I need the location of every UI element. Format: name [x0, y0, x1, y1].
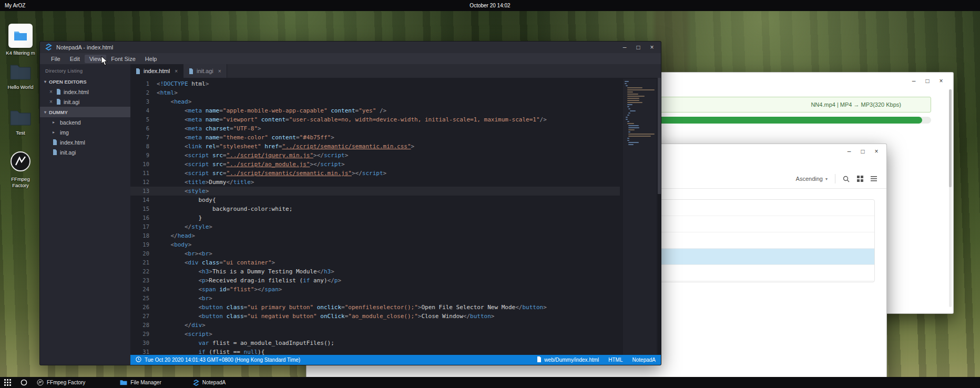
caret-right-icon: ▸ — [53, 120, 55, 125]
maximize-button[interactable]: □ — [924, 77, 931, 85]
maximize-button[interactable]: □ — [635, 44, 642, 51]
ffmpeg-scrollbar[interactable] — [949, 89, 952, 307]
chevron-down-icon: ▾ — [825, 177, 828, 181]
minimap-line — [628, 127, 639, 128]
menu-font-size[interactable]: Font Size — [106, 55, 140, 63]
item-label: index.html — [60, 139, 85, 146]
minimize-button[interactable]: – — [621, 44, 628, 51]
taskbar-item-file-manager[interactable]: File Manager — [120, 380, 161, 385]
tree-item-init-agi[interactable]: init.agi — [40, 147, 130, 157]
close-file-icon[interactable]: × — [48, 89, 54, 95]
taskbar-item-ffmpeg-factory[interactable]: FFmpeg Factory — [37, 379, 85, 386]
start-menu-icon[interactable] — [4, 379, 11, 386]
open-editors-section[interactable]: ▾ OPEN EDITORS — [40, 76, 130, 87]
minimap-line — [628, 108, 630, 109]
code-line: 19 <body> — [130, 240, 620, 249]
close-tab-icon[interactable]: × — [218, 68, 221, 74]
minimap-line — [625, 81, 629, 82]
maximize-button[interactable]: □ — [859, 148, 866, 155]
minimize-button[interactable]: – — [845, 148, 853, 155]
editor-scrollbar[interactable] — [658, 78, 661, 355]
code-text: <script src="../script/ao_module.js"></s… — [157, 160, 345, 169]
desktop-icon-ffmpeg-factory[interactable]: FFmpeg Factory — [4, 151, 37, 189]
editor-scrollbar-thumb[interactable] — [658, 78, 661, 194]
close-button[interactable]: × — [873, 148, 880, 155]
code-line: 13 <style> — [130, 187, 620, 196]
code-line: 10 <script src="../script/ao_module.js">… — [130, 160, 620, 169]
sort-label: Ascending — [796, 176, 823, 182]
code-text: <title>Dummy</title> — [157, 178, 254, 187]
file-manager-window-controls: – □ × — [839, 148, 880, 155]
code-text: </style> — [157, 222, 212, 231]
sort-dropdown[interactable]: Ascending ▾ — [796, 176, 828, 182]
code-text: <link rel="stylesheet" href="../script/s… — [157, 142, 414, 151]
open-editor-item[interactable]: ×init.agi — [40, 97, 130, 107]
project-section-dummy[interactable]: ▾ DUMMY — [40, 107, 130, 117]
close-tab-icon[interactable]: × — [175, 68, 178, 74]
notepada-window[interactable]: NotepadA - index.html – □ × FileEditView… — [39, 41, 661, 365]
code-line: 18 </head> — [130, 231, 620, 240]
code-line: 15 background-color:white; — [130, 205, 620, 213]
ffmpeg-factory-icon — [37, 379, 44, 386]
code-editor[interactable]: 1<!DOCTYPE html>2<html>3 <head>4 <meta n… — [130, 78, 661, 355]
file-icon — [53, 149, 57, 155]
minimap-line — [625, 83, 627, 84]
editor-statusbar: Tue Oct 20 2020 14:01:43 GMT+0800 (Hong … — [130, 355, 661, 365]
search-icon[interactable] — [843, 176, 850, 182]
line-number: 19 — [130, 240, 157, 249]
tab-index-html[interactable]: index.html× — [130, 64, 183, 78]
list-view-icon[interactable] — [871, 176, 877, 181]
minimap-line — [627, 140, 629, 141]
desktop-icon-test[interactable]: Test — [4, 109, 37, 136]
tree-item-backend[interactable]: ▸backend — [40, 117, 130, 127]
code-text: body{ — [157, 196, 216, 205]
desktop-icon-label: K4 filtering m — [6, 50, 35, 56]
line-number: 13 — [130, 187, 157, 196]
line-number: 15 — [130, 205, 157, 213]
file-icon — [53, 139, 57, 145]
line-number: 11 — [130, 169, 157, 178]
taskbar-item-notepada[interactable]: NotepadA — [193, 380, 226, 386]
close-button[interactable]: × — [937, 77, 945, 85]
tree-item-img[interactable]: ▸img — [40, 127, 130, 137]
grid-view-icon[interactable] — [857, 176, 863, 182]
minimap-line — [627, 94, 639, 95]
tab-init-agi[interactable]: init.agi× — [183, 64, 227, 78]
code-lines[interactable]: 1<!DOCTYPE html>2<html>3 <head>4 <meta n… — [130, 78, 620, 355]
caret-right-icon: ▸ — [53, 130, 55, 135]
open-editor-item[interactable]: ×index.html — [40, 87, 130, 97]
desktop-icon-hello-world[interactable]: Hello World — [4, 64, 37, 90]
close-button[interactable]: × — [648, 44, 656, 51]
ffmpeg-scrollbar-thumb[interactable] — [949, 89, 952, 187]
desktop-icon-k4-filtering[interactable]: K4 filtering m — [4, 24, 37, 56]
line-number: 25 — [130, 294, 157, 303]
line-number: 6 — [130, 124, 157, 133]
taskbar-circle-icon[interactable] — [21, 379, 27, 386]
code-line: 9 <script src="../script/jquery.min.js">… — [130, 151, 620, 160]
desktop-icon-label: FFmpeg Factory — [4, 176, 37, 189]
menu-help[interactable]: Help — [140, 55, 162, 63]
taskbar-item-label: File Manager — [130, 380, 161, 385]
notepada-titlebar[interactable]: NotepadA - index.html – □ × — [40, 42, 661, 53]
menu-file[interactable]: File — [46, 55, 65, 63]
code-text: background-color:white; — [157, 205, 292, 213]
code-line: 2<html> — [130, 88, 620, 97]
minimap-line — [628, 134, 655, 135]
minimap-line — [627, 115, 629, 116]
desktop-icon-label: Test — [16, 130, 25, 136]
menu-edit[interactable]: Edit — [65, 55, 85, 63]
tree-item-index-html[interactable]: index.html — [40, 137, 130, 147]
toolbar-divider — [835, 174, 835, 183]
minimap-line — [628, 144, 634, 145]
minimize-button[interactable]: – — [910, 77, 917, 85]
code-text: <style> — [157, 187, 209, 196]
project-label: DUMMY — [49, 109, 68, 115]
minimap[interactable] — [623, 79, 657, 355]
menu-view[interactable]: View — [85, 55, 107, 63]
code-line: 27 <button class="ui negative button" on… — [130, 312, 620, 321]
close-file-icon[interactable]: × — [48, 99, 54, 105]
minimap-line — [627, 91, 633, 93]
minimap-line — [628, 136, 651, 137]
status-language[interactable]: HTML — [608, 357, 622, 363]
code-line: 20 <br><br> — [130, 249, 620, 258]
